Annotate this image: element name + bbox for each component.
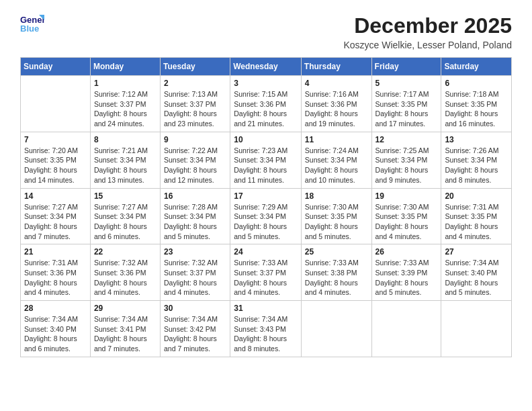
day-number: 12 (375, 135, 438, 144)
day-info: Sunrise: 7:32 AMSunset: 3:37 PMDaylight:… (164, 258, 226, 298)
day-number: 5 (375, 79, 438, 88)
day-info: Sunrise: 7:27 AMSunset: 3:34 PMDaylight:… (24, 202, 87, 242)
calendar-cell: 13Sunrise: 7:26 AMSunset: 3:34 PMDayligh… (441, 132, 512, 188)
week-row-2: 7Sunrise: 7:20 AMSunset: 3:35 PMDaylight… (21, 132, 512, 188)
calendar-cell: 25Sunrise: 7:33 AMSunset: 3:38 PMDayligh… (301, 244, 371, 301)
week-row-5: 28Sunrise: 7:34 AMSunset: 3:40 PMDayligh… (21, 301, 512, 357)
calendar-cell: 7Sunrise: 7:20 AMSunset: 3:35 PMDaylight… (21, 132, 91, 188)
day-info: Sunrise: 7:15 AMSunset: 3:36 PMDaylight:… (234, 89, 298, 129)
day-info: Sunrise: 7:20 AMSunset: 3:35 PMDaylight:… (24, 146, 87, 185)
day-info: Sunrise: 7:24 AMSunset: 3:34 PMDaylight:… (305, 146, 368, 185)
day-number: 2 (164, 79, 226, 88)
location-title: Koszyce Wielkie, Lesser Poland, Poland (343, 40, 512, 50)
day-info: Sunrise: 7:34 AMSunset: 3:40 PMDaylight:… (445, 258, 508, 298)
day-number: 1 (94, 79, 157, 88)
day-info: Sunrise: 7:21 AMSunset: 3:34 PMDaylight:… (94, 146, 157, 185)
calendar-cell: 21Sunrise: 7:31 AMSunset: 3:36 PMDayligh… (21, 244, 91, 301)
day-info: Sunrise: 7:26 AMSunset: 3:34 PMDaylight:… (445, 146, 508, 185)
day-number: 15 (94, 191, 157, 201)
day-info: Sunrise: 7:18 AMSunset: 3:35 PMDaylight:… (445, 89, 508, 129)
day-number: 26 (375, 247, 438, 257)
day-number: 18 (305, 191, 368, 201)
calendar-cell: 14Sunrise: 7:27 AMSunset: 3:34 PMDayligh… (21, 188, 91, 244)
weekday-header-thursday: Thursday (301, 58, 371, 76)
weekday-header-saturday: Saturday (441, 58, 512, 76)
day-number: 30 (164, 304, 226, 313)
calendar-cell (21, 76, 91, 132)
day-info: Sunrise: 7:34 AMSunset: 3:43 PMDaylight:… (234, 314, 298, 354)
day-info: Sunrise: 7:23 AMSunset: 3:34 PMDaylight:… (234, 146, 298, 185)
calendar-cell: 27Sunrise: 7:34 AMSunset: 3:40 PMDayligh… (441, 244, 512, 301)
day-number: 23 (164, 247, 226, 257)
day-number: 16 (164, 191, 226, 201)
calendar-cell: 15Sunrise: 7:27 AMSunset: 3:34 PMDayligh… (90, 188, 160, 244)
day-number: 21 (24, 247, 87, 257)
day-number: 6 (445, 79, 508, 88)
calendar-cell: 28Sunrise: 7:34 AMSunset: 3:40 PMDayligh… (21, 301, 91, 357)
month-title: December 2025 (343, 13, 512, 38)
weekday-header-tuesday: Tuesday (160, 58, 230, 76)
day-info: Sunrise: 7:22 AMSunset: 3:34 PMDaylight:… (164, 146, 226, 185)
day-number: 10 (234, 135, 298, 144)
day-number: 20 (445, 191, 508, 201)
day-number: 25 (305, 247, 368, 257)
day-number: 22 (94, 247, 157, 257)
calendar-cell (371, 301, 441, 357)
weekday-header-sunday: Sunday (21, 58, 91, 76)
calendar-cell: 11Sunrise: 7:24 AMSunset: 3:34 PMDayligh… (301, 132, 371, 188)
week-row-3: 14Sunrise: 7:27 AMSunset: 3:34 PMDayligh… (21, 188, 512, 244)
day-info: Sunrise: 7:34 AMSunset: 3:41 PMDaylight:… (94, 314, 157, 354)
calendar-cell: 19Sunrise: 7:30 AMSunset: 3:35 PMDayligh… (371, 188, 441, 244)
calendar-cell: 2Sunrise: 7:13 AMSunset: 3:37 PMDaylight… (160, 76, 230, 132)
calendar-cell: 17Sunrise: 7:29 AMSunset: 3:34 PMDayligh… (230, 188, 302, 244)
day-info: Sunrise: 7:34 AMSunset: 3:42 PMDaylight:… (164, 314, 226, 354)
weekday-header-friday: Friday (371, 58, 441, 76)
calendar-header: SundayMondayTuesdayWednesdayThursdayFrid… (21, 58, 512, 76)
day-info: Sunrise: 7:25 AMSunset: 3:34 PMDaylight:… (375, 146, 438, 185)
day-info: Sunrise: 7:33 AMSunset: 3:38 PMDaylight:… (305, 258, 368, 298)
day-info: Sunrise: 7:32 AMSunset: 3:36 PMDaylight:… (94, 258, 157, 298)
day-info: Sunrise: 7:29 AMSunset: 3:34 PMDaylight:… (234, 202, 298, 242)
calendar-cell: 29Sunrise: 7:34 AMSunset: 3:41 PMDayligh… (90, 301, 160, 357)
day-number: 8 (94, 135, 157, 144)
day-number: 9 (164, 135, 226, 144)
calendar-cell: 12Sunrise: 7:25 AMSunset: 3:34 PMDayligh… (371, 132, 441, 188)
calendar-cell: 10Sunrise: 7:23 AMSunset: 3:34 PMDayligh… (230, 132, 302, 188)
page-header: General Blue December 2025 Koszyce Wielk… (20, 13, 512, 50)
day-number: 13 (445, 135, 508, 144)
calendar-cell: 30Sunrise: 7:34 AMSunset: 3:42 PMDayligh… (160, 301, 230, 357)
calendar-cell: 4Sunrise: 7:16 AMSunset: 3:36 PMDaylight… (301, 76, 371, 132)
day-number: 7 (24, 135, 87, 144)
calendar-cell: 26Sunrise: 7:33 AMSunset: 3:39 PMDayligh… (371, 244, 441, 301)
calendar-table: SundayMondayTuesdayWednesdayThursdayFrid… (20, 57, 512, 357)
day-number: 14 (24, 191, 87, 201)
day-number: 17 (234, 191, 298, 201)
calendar-cell: 8Sunrise: 7:21 AMSunset: 3:34 PMDaylight… (90, 132, 160, 188)
day-info: Sunrise: 7:33 AMSunset: 3:39 PMDaylight:… (375, 258, 438, 298)
logo: General Blue (20, 13, 44, 34)
day-number: 24 (234, 247, 298, 257)
calendar-cell: 6Sunrise: 7:18 AMSunset: 3:35 PMDaylight… (441, 76, 512, 132)
calendar-cell (441, 301, 512, 357)
day-info: Sunrise: 7:31 AMSunset: 3:36 PMDaylight:… (24, 258, 87, 298)
day-info: Sunrise: 7:27 AMSunset: 3:34 PMDaylight:… (94, 202, 157, 242)
day-number: 11 (305, 135, 368, 144)
day-info: Sunrise: 7:13 AMSunset: 3:37 PMDaylight:… (164, 89, 226, 129)
day-info: Sunrise: 7:34 AMSunset: 3:40 PMDaylight:… (24, 314, 87, 354)
day-number: 28 (24, 304, 87, 313)
weekday-header-row: SundayMondayTuesdayWednesdayThursdayFrid… (21, 58, 512, 76)
day-number: 19 (375, 191, 438, 201)
day-info: Sunrise: 7:12 AMSunset: 3:37 PMDaylight:… (94, 89, 157, 129)
calendar-cell: 24Sunrise: 7:33 AMSunset: 3:37 PMDayligh… (230, 244, 302, 301)
day-info: Sunrise: 7:16 AMSunset: 3:36 PMDaylight:… (305, 89, 368, 129)
logo-icon: General Blue (20, 13, 44, 34)
day-number: 31 (234, 304, 298, 313)
calendar-cell: 31Sunrise: 7:34 AMSunset: 3:43 PMDayligh… (230, 301, 302, 357)
calendar-cell: 16Sunrise: 7:28 AMSunset: 3:34 PMDayligh… (160, 188, 230, 244)
weekday-header-wednesday: Wednesday (230, 58, 302, 76)
calendar-cell: 20Sunrise: 7:31 AMSunset: 3:35 PMDayligh… (441, 188, 512, 244)
calendar-cell: 23Sunrise: 7:32 AMSunset: 3:37 PMDayligh… (160, 244, 230, 301)
day-info: Sunrise: 7:30 AMSunset: 3:35 PMDaylight:… (305, 202, 368, 242)
day-number: 3 (234, 79, 298, 88)
day-number: 29 (94, 304, 157, 313)
